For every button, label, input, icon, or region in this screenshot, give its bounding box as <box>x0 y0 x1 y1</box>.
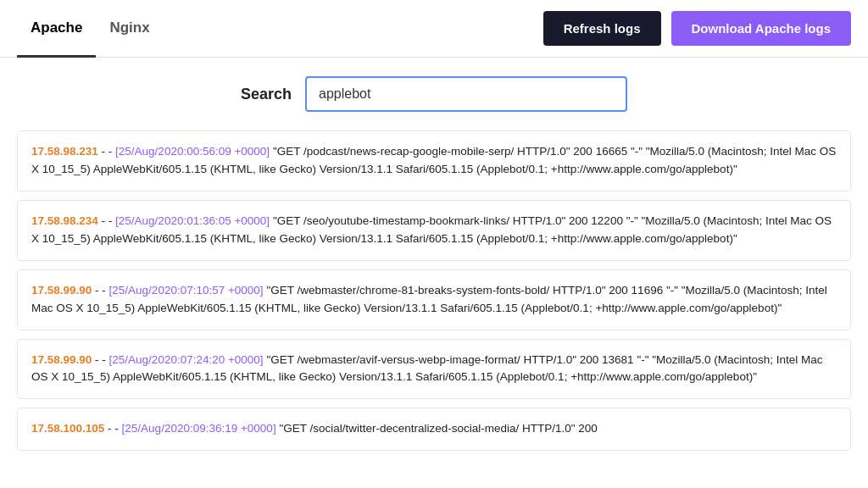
log-date: [25/Aug/2020:07:24:20 +0000] <box>109 353 264 366</box>
log-ip: 17.58.99.90 <box>31 353 92 366</box>
search-input[interactable] <box>305 76 627 112</box>
log-date: [25/Aug/2020:00:56:09 +0000] <box>115 145 270 158</box>
tabs: Apache Nginx <box>17 1 543 57</box>
log-entry: 17.58.100.105 - - [25/Aug/2020:09:36:19 … <box>17 408 851 451</box>
search-bar: Search <box>0 58 868 130</box>
log-ip: 17.58.99.90 <box>31 284 92 297</box>
search-label: Search <box>241 86 292 103</box>
log-ip: 17.58.100.105 <box>31 422 104 435</box>
log-ip: 17.58.98.234 <box>31 214 98 227</box>
download-logs-button[interactable]: Download Apache logs <box>671 11 851 46</box>
tab-nginx[interactable]: Nginx <box>96 1 163 58</box>
log-list: 17.58.98.231 - - [25/Aug/2020:00:56:09 +… <box>0 130 868 451</box>
log-entry: 17.58.99.90 - - [25/Aug/2020:07:24:20 +0… <box>17 339 851 400</box>
header-actions: Refresh logs Download Apache logs <box>543 11 851 46</box>
log-entry: 17.58.99.90 - - [25/Aug/2020:07:10:57 +0… <box>17 269 851 330</box>
tab-apache[interactable]: Apache <box>17 1 96 58</box>
header: Apache Nginx Refresh logs Download Apach… <box>0 0 868 58</box>
log-date: [25/Aug/2020:09:36:19 +0000] <box>122 422 276 435</box>
log-entry: 17.58.98.231 - - [25/Aug/2020:00:56:09 +… <box>17 130 851 191</box>
log-date: [25/Aug/2020:07:10:57 +0000] <box>109 284 264 297</box>
log-ip: 17.58.98.231 <box>31 145 98 158</box>
log-entry: 17.58.98.234 - - [25/Aug/2020:01:36:05 +… <box>17 200 851 261</box>
refresh-logs-button[interactable]: Refresh logs <box>543 11 661 46</box>
log-date: [25/Aug/2020:01:36:05 +0000] <box>115 214 270 227</box>
